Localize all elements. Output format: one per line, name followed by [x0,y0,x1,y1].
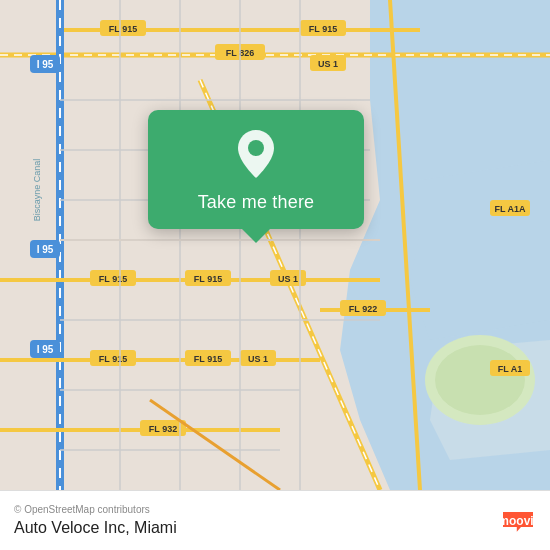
svg-text:FL 915: FL 915 [109,24,137,34]
svg-text:FL 922: FL 922 [349,304,377,314]
take-me-there-button[interactable]: Take me there [198,192,315,213]
attribution-text: © OpenStreetMap contributors [14,504,177,515]
svg-text:FL 915: FL 915 [194,354,222,364]
location-popup: Take me there [148,110,364,229]
moovit-icon: moovit [500,503,536,539]
svg-text:I 95: I 95 [37,244,54,255]
svg-text:I 95: I 95 [37,59,54,70]
svg-text:moovit: moovit [500,513,536,527]
map-svg: FL 826 FL 915 FL 915 I 95 I 95 I 95 FL 9… [0,0,550,490]
svg-text:FL 915: FL 915 [309,24,337,34]
svg-text:FL A1A: FL A1A [494,204,526,214]
svg-text:FL 915: FL 915 [99,354,127,364]
svg-text:US 1: US 1 [248,354,268,364]
svg-text:Biscayne Canal: Biscayne Canal [32,159,42,222]
place-name: Auto Veloce Inc, Miami [14,519,177,537]
svg-text:US 1: US 1 [278,274,298,284]
location-pin-icon [230,128,282,180]
svg-text:FL 915: FL 915 [99,274,127,284]
svg-text:FL A1: FL A1 [498,364,523,374]
moovit-logo: moovit [500,503,536,539]
bottom-bar: © OpenStreetMap contributors Auto Veloce… [0,490,550,550]
svg-point-5 [435,345,525,415]
svg-marker-2 [410,160,550,340]
svg-text:US 1: US 1 [318,59,338,69]
svg-text:FL 915: FL 915 [194,274,222,284]
svg-text:I 95: I 95 [37,344,54,355]
bottom-left: © OpenStreetMap contributors Auto Veloce… [14,504,177,537]
svg-point-66 [248,140,264,156]
svg-text:FL 932: FL 932 [149,424,177,434]
map-container: FL 826 FL 915 FL 915 I 95 I 95 I 95 FL 9… [0,0,550,490]
